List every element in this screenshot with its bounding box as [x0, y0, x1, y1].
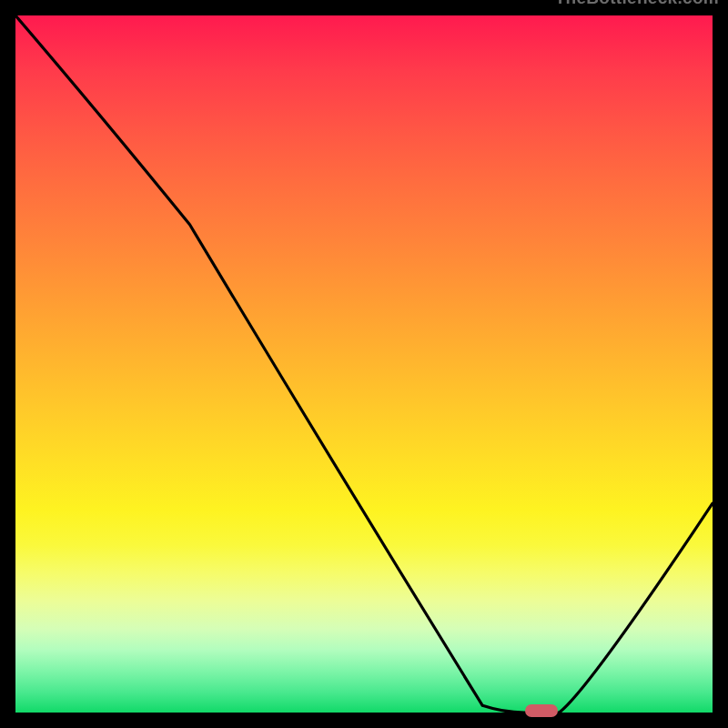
chart-frame — [13, 13, 715, 715]
optimum-marker — [525, 704, 558, 717]
watermark-text: TheBottleneck.com — [555, 0, 719, 8]
curve-layer — [15, 15, 713, 713]
bottleneck-curve-path — [15, 15, 713, 713]
